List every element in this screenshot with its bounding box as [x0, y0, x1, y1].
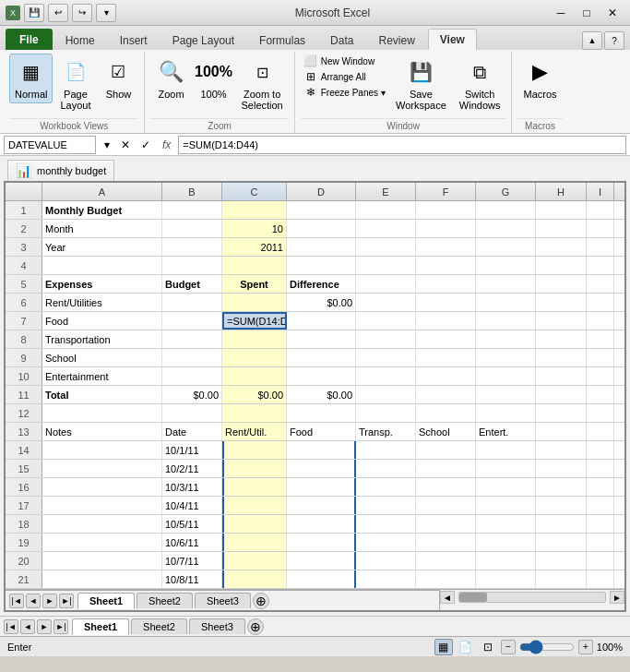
cell-i21[interactable]: [587, 570, 614, 588]
cell-c16[interactable]: [222, 478, 287, 496]
cell-e6[interactable]: [356, 294, 416, 311]
zoom-slider[interactable]: [519, 643, 575, 651]
cell-d7[interactable]: [287, 312, 356, 330]
row-num-11[interactable]: 11: [6, 386, 42, 403]
cell-e15[interactable]: [356, 460, 416, 477]
cell-f4[interactable]: [416, 257, 476, 274]
tab-file[interactable]: File: [6, 29, 53, 50]
cell-e7[interactable]: [356, 312, 416, 330]
cell-g16[interactable]: [476, 478, 536, 496]
cell-g2[interactable]: [476, 220, 536, 237]
cell-e16[interactable]: [356, 478, 416, 496]
cell-a4[interactable]: [42, 257, 162, 274]
cell-b4[interactable]: [162, 257, 222, 274]
cell-f17[interactable]: [416, 497, 476, 514]
help-btn[interactable]: ?: [604, 31, 624, 50]
cell-f10[interactable]: [416, 367, 476, 385]
cell-d13[interactable]: Food: [287, 423, 356, 440]
row-num-12[interactable]: 12: [6, 404, 42, 422]
zoom-button[interactable]: 🔍 Zoom: [150, 54, 191, 103]
tab-page-layout[interactable]: Page Layout: [160, 30, 246, 50]
cell-a14[interactable]: [42, 441, 162, 459]
cell-d5[interactable]: Difference: [287, 275, 356, 293]
cell-b6[interactable]: [162, 294, 222, 311]
cell-e19[interactable]: [356, 534, 416, 551]
close-button[interactable]: ✕: [600, 4, 624, 22]
cell-e20[interactable]: [356, 552, 416, 570]
sheet-last-btn-2[interactable]: ►|: [53, 619, 68, 634]
cell-a11[interactable]: Total: [42, 386, 162, 403]
cell-a12[interactable]: [42, 404, 162, 422]
cell-b21[interactable]: 10/8/11: [162, 570, 222, 588]
cell-h12[interactable]: [536, 404, 587, 422]
cell-c8[interactable]: [222, 330, 287, 348]
cell-d6[interactable]: $0.00: [287, 294, 356, 311]
cell-g20[interactable]: [476, 552, 536, 570]
cell-d15[interactable]: [287, 460, 356, 477]
scroll-right-btn[interactable]: ►: [610, 591, 624, 604]
cell-c21[interactable]: [222, 570, 287, 588]
switch-windows-button[interactable]: ⧉ SwitchWindows: [454, 54, 506, 114]
arrange-all-button[interactable]: ⊞ Arrange All: [301, 69, 388, 84]
cell-a6[interactable]: Rent/Utilities: [42, 294, 162, 311]
cell-d19[interactable]: [287, 534, 356, 551]
row-num-3[interactable]: 3: [6, 238, 42, 256]
cell-e11[interactable]: [356, 386, 416, 403]
cell-i8[interactable]: [587, 330, 614, 348]
cell-a13[interactable]: Notes: [42, 423, 162, 440]
undo-quick-btn[interactable]: ↩: [48, 4, 68, 22]
page-break-status-btn[interactable]: ⊡: [479, 639, 497, 655]
cell-d10[interactable]: [287, 367, 356, 385]
cell-f18[interactable]: [416, 515, 476, 533]
cell-d1[interactable]: [287, 201, 356, 219]
cell-f19[interactable]: [416, 534, 476, 551]
page-layout-status-btn[interactable]: 📄: [457, 639, 475, 655]
cell-i17[interactable]: [587, 497, 614, 514]
maximize-button[interactable]: □: [575, 4, 599, 22]
cell-f6[interactable]: [416, 294, 476, 311]
cell-i5[interactable]: [587, 275, 614, 293]
cell-e12[interactable]: [356, 404, 416, 422]
sheet-tab-3[interactable]: Sheet3: [195, 593, 251, 608]
row-num-9[interactable]: 9: [6, 349, 42, 366]
cell-e17[interactable]: [356, 497, 416, 514]
save-workspace-button[interactable]: 💾 SaveWorkspace: [390, 54, 452, 114]
cell-f14[interactable]: [416, 441, 476, 459]
name-box[interactable]: [4, 136, 96, 154]
tab-home[interactable]: Home: [53, 30, 107, 50]
cell-b20[interactable]: 10/7/11: [162, 552, 222, 570]
cell-i18[interactable]: [587, 515, 614, 533]
cell-a5[interactable]: Expenses: [42, 275, 162, 293]
cell-h5[interactable]: [536, 275, 587, 293]
cell-d18[interactable]: [287, 515, 356, 533]
cell-h15[interactable]: [536, 460, 587, 477]
cell-d16[interactable]: [287, 478, 356, 496]
cell-f20[interactable]: [416, 552, 476, 570]
cell-g21[interactable]: [476, 570, 536, 588]
cell-f3[interactable]: [416, 238, 476, 256]
cell-f9[interactable]: [416, 349, 476, 366]
save-quick-btn[interactable]: 💾: [24, 4, 44, 22]
zoom-in-btn[interactable]: +: [578, 640, 593, 654]
cell-f7[interactable]: [416, 312, 476, 330]
cell-i7[interactable]: [587, 312, 614, 330]
cell-a1[interactable]: Monthly Budget: [42, 201, 162, 219]
cell-h13[interactable]: [536, 423, 587, 440]
cell-h14[interactable]: [536, 441, 587, 459]
row-num-14[interactable]: 14: [6, 441, 42, 459]
cell-a19[interactable]: [42, 534, 162, 551]
cell-a3[interactable]: Year: [42, 238, 162, 256]
col-header-h[interactable]: H: [536, 183, 587, 200]
cell-b15[interactable]: 10/2/11: [162, 460, 222, 477]
cell-c1[interactable]: [222, 201, 287, 219]
expand-formula-btn[interactable]: ▾: [100, 137, 114, 153]
minimize-button[interactable]: ─: [549, 4, 573, 22]
cell-h4[interactable]: [536, 257, 587, 274]
cell-f21[interactable]: [416, 570, 476, 588]
tab-insert[interactable]: Insert: [108, 30, 160, 50]
sheet-tab-1-2[interactable]: Sheet1: [72, 618, 129, 635]
cell-c9[interactable]: [222, 349, 287, 366]
cell-f1[interactable]: [416, 201, 476, 219]
row-num-19[interactable]: 19: [6, 534, 42, 551]
cell-h3[interactable]: [536, 238, 587, 256]
